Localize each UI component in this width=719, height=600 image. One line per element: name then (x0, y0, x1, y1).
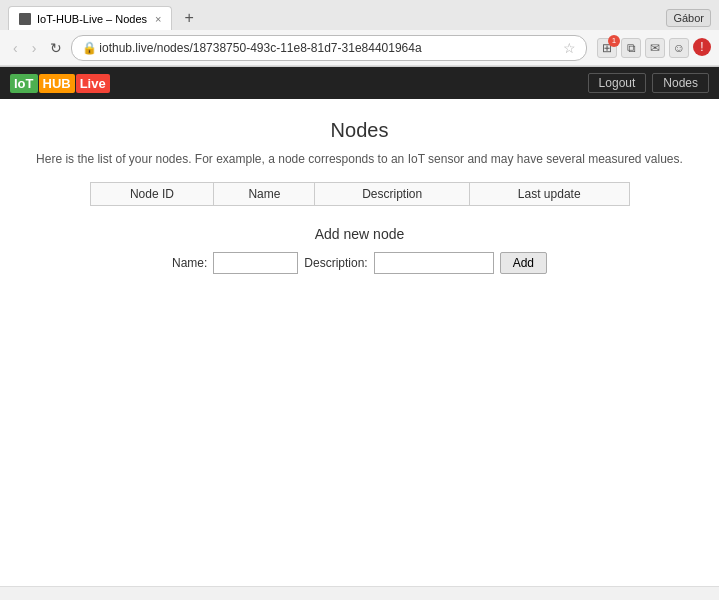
add-node-button[interactable]: Add (500, 252, 547, 274)
page-description: Here is the list of your nodes. For exam… (20, 152, 699, 166)
new-tab-button[interactable]: + (176, 5, 201, 31)
bottom-scrollbar[interactable] (0, 586, 719, 600)
extension-badge: 1 (608, 35, 620, 47)
tab-favicon (19, 13, 31, 25)
page-title: Nodes (20, 119, 699, 142)
mail-icon[interactable]: ✉ (645, 38, 665, 58)
url-bar[interactable]: 🔒 iothub.live/nodes/18738750-493c-11e8-8… (71, 35, 587, 61)
tab-close-button[interactable]: × (147, 13, 161, 25)
lock-icon: 🔒 (82, 41, 97, 55)
browser-icons: ⊞ 1 ⧉ ✉ ☺ ! (597, 38, 711, 58)
refresh-button[interactable]: ↻ (45, 38, 67, 58)
add-node-form: Name: Description: Add (20, 252, 699, 274)
col-description: Description (315, 183, 469, 206)
main-content: Nodes Here is the list of your nodes. Fo… (0, 99, 719, 294)
logo-live: Live (76, 74, 110, 93)
nodes-button[interactable]: Nodes (652, 73, 709, 93)
smiley-icon[interactable]: ☺ (669, 38, 689, 58)
name-input[interactable] (213, 252, 298, 274)
nav-bar: ‹ › ↻ 🔒 iothub.live/nodes/18738750-493c-… (0, 30, 719, 66)
add-node-title: Add new node (20, 226, 699, 242)
add-node-section: Add new node Name: Description: Add (20, 226, 699, 274)
tab-bar: IoT-HUB-Live – Nodes × + Gábor (0, 0, 719, 30)
col-last-update: Last update (469, 183, 629, 206)
table-header-row: Node ID Name Description Last update (90, 183, 629, 206)
description-label: Description: (304, 256, 367, 270)
col-node-id: Node ID (90, 183, 214, 206)
app-header: IoT HUB Live Logout Nodes (0, 67, 719, 99)
browser-chrome: IoT-HUB-Live – Nodes × + Gábor ‹ › ↻ 🔒 i… (0, 0, 719, 67)
back-button[interactable]: ‹ (8, 38, 23, 58)
tab-title: IoT-HUB-Live – Nodes (37, 13, 147, 25)
bookmark-icon[interactable]: ☆ (563, 40, 576, 56)
user-badge: Gábor (666, 9, 711, 27)
extensions-icon[interactable]: ⊞ 1 (597, 38, 617, 58)
description-input[interactable] (374, 252, 494, 274)
puzzle-icon[interactable]: ⧉ (621, 38, 641, 58)
browser-tab[interactable]: IoT-HUB-Live – Nodes × (8, 6, 172, 30)
logo-hub: HUB (39, 74, 75, 93)
logout-button[interactable]: Logout (588, 73, 647, 93)
logo-iot: IoT (10, 74, 38, 93)
nodes-table: Node ID Name Description Last update (90, 182, 630, 206)
forward-button[interactable]: › (27, 38, 42, 58)
url-text: iothub.live/nodes/18738750-493c-11e8-81d… (99, 41, 559, 55)
name-label: Name: (172, 256, 207, 270)
col-name: Name (214, 183, 315, 206)
error-icon[interactable]: ! (693, 38, 711, 56)
